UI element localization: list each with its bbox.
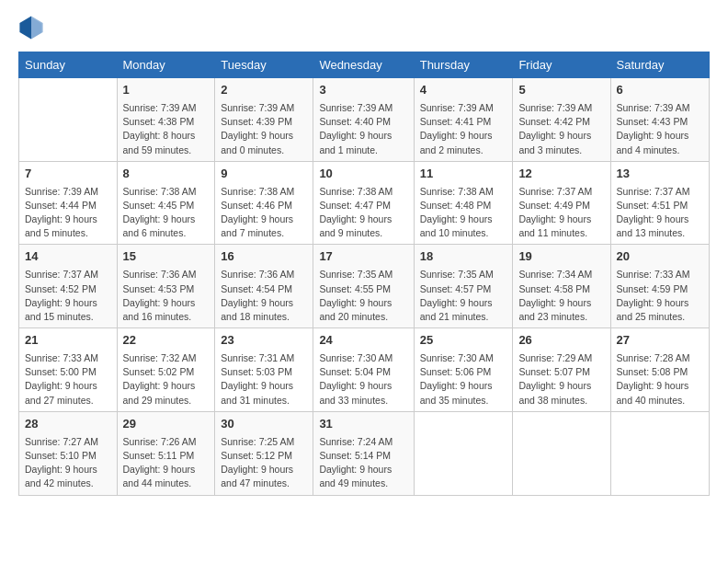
calendar-cell: 14Sunrise: 7:37 AMSunset: 4:52 PMDayligh… (19, 245, 118, 328)
cell-text-line: Sunrise: 7:30 AM (319, 351, 407, 365)
logo (18, 15, 48, 40)
week-row-2: 14Sunrise: 7:37 AMSunset: 4:52 PMDayligh… (19, 245, 710, 328)
cell-text-line: and 6 minutes. (123, 226, 210, 240)
day-number: 5 (518, 82, 604, 99)
calendar-cell: 4Sunrise: 7:39 AMSunset: 4:41 PMDaylight… (414, 78, 513, 162)
calendar-cell: 31Sunrise: 7:24 AMSunset: 5:14 PMDayligh… (313, 411, 414, 495)
cell-text-line: Sunset: 5:03 PM (221, 365, 307, 379)
cell-text-line: Daylight: 9 hours (420, 129, 507, 143)
calendar-cell: 23Sunrise: 7:31 AMSunset: 5:03 PMDayligh… (215, 328, 313, 412)
cell-text-line: Sunrise: 7:39 AM (518, 101, 604, 115)
cell-text-line: and 35 minutes. (420, 394, 507, 408)
cell-text-line: and 11 minutes. (518, 226, 604, 240)
calendar-cell: 5Sunrise: 7:39 AMSunset: 4:42 PMDaylight… (513, 78, 610, 162)
calendar-cell: 20Sunrise: 7:33 AMSunset: 4:59 PMDayligh… (610, 245, 710, 328)
day-number: 21 (25, 332, 111, 350)
day-number: 16 (221, 248, 307, 266)
cell-text-line: Daylight: 9 hours (221, 463, 307, 477)
cell-text-line: and 40 minutes. (617, 394, 704, 408)
cell-text-line: Sunrise: 7:38 AM (420, 185, 507, 199)
cell-text-line: Sunrise: 7:24 AM (319, 435, 407, 449)
cell-text-line: and 0 minutes. (221, 144, 307, 157)
cell-text-line: Daylight: 9 hours (617, 296, 704, 310)
calendar-cell: 24Sunrise: 7:30 AMSunset: 5:04 PMDayligh… (313, 328, 414, 412)
day-number: 24 (319, 332, 407, 350)
cell-text-line: Sunrise: 7:38 AM (123, 185, 210, 199)
cell-text-line: Sunset: 4:54 PM (221, 282, 307, 296)
calendar-cell: 12Sunrise: 7:37 AMSunset: 4:49 PMDayligh… (513, 161, 610, 245)
day-number: 18 (420, 248, 507, 266)
cell-text-line: and 49 minutes. (319, 477, 407, 490)
calendar-cell: 19Sunrise: 7:34 AMSunset: 4:58 PMDayligh… (513, 245, 610, 328)
header-cell-saturday: Saturday (610, 52, 710, 78)
cell-text-line: Sunrise: 7:37 AM (617, 185, 704, 199)
calendar-cell: 11Sunrise: 7:38 AMSunset: 4:48 PMDayligh… (414, 161, 513, 245)
cell-text-line: and 18 minutes. (221, 310, 307, 324)
cell-text-line: Daylight: 9 hours (319, 296, 407, 310)
cell-text-line: Sunrise: 7:34 AM (518, 268, 604, 282)
header-cell-sunday: Sunday (19, 52, 118, 78)
cell-text-line: Daylight: 9 hours (617, 129, 704, 143)
calendar-cell: 1Sunrise: 7:39 AMSunset: 4:38 PMDaylight… (117, 78, 215, 162)
cell-text-line: Sunset: 4:59 PM (617, 282, 704, 296)
cell-text-line: Sunrise: 7:37 AM (518, 185, 604, 199)
cell-text-line: Daylight: 9 hours (221, 213, 307, 226)
cell-text-line: Sunset: 4:40 PM (319, 115, 407, 129)
week-row-1: 7Sunrise: 7:39 AMSunset: 4:44 PMDaylight… (19, 161, 710, 245)
cell-text-line: Sunrise: 7:28 AM (617, 351, 704, 365)
cell-text-line: Sunrise: 7:29 AM (518, 351, 604, 365)
cell-text-line: Sunrise: 7:35 AM (420, 268, 507, 282)
day-number: 28 (25, 416, 111, 433)
cell-text-line: Sunset: 5:02 PM (123, 365, 210, 379)
cell-text-line: Sunset: 4:41 PM (420, 115, 507, 129)
cell-text-line: Sunset: 4:58 PM (518, 282, 604, 296)
cell-text-line: Sunset: 4:42 PM (518, 115, 604, 129)
day-number: 12 (518, 166, 604, 183)
calendar-cell: 16Sunrise: 7:36 AMSunset: 4:54 PMDayligh… (215, 245, 313, 328)
cell-text-line: and 3 minutes. (518, 144, 604, 157)
cell-text-line: Sunrise: 7:31 AM (221, 351, 307, 365)
calendar-cell: 2Sunrise: 7:39 AMSunset: 4:39 PMDaylight… (215, 78, 313, 162)
page: SundayMondayTuesdayWednesdayThursdayFrid… (0, 0, 728, 511)
cell-text-line: Sunset: 4:43 PM (617, 115, 704, 129)
header-cell-wednesday: Wednesday (313, 52, 414, 78)
header-cell-monday: Monday (117, 52, 215, 78)
day-number: 10 (319, 166, 407, 183)
cell-text-line: Sunrise: 7:27 AM (25, 435, 111, 449)
svg-marker-1 (31, 16, 43, 39)
cell-text-line: Sunset: 5:08 PM (617, 365, 704, 379)
cell-text-line: Daylight: 9 hours (123, 379, 210, 393)
cell-text-line: Daylight: 9 hours (319, 129, 407, 143)
calendar-body: 1Sunrise: 7:39 AMSunset: 4:38 PMDaylight… (19, 78, 710, 496)
cell-text-line: Sunrise: 7:39 AM (221, 101, 307, 115)
cell-text-line: Sunset: 5:07 PM (518, 365, 604, 379)
cell-text-line: Sunrise: 7:35 AM (319, 268, 407, 282)
calendar-cell: 13Sunrise: 7:37 AMSunset: 4:51 PMDayligh… (610, 161, 710, 245)
cell-text-line: Sunset: 4:55 PM (319, 282, 407, 296)
cell-text-line: and 7 minutes. (221, 226, 307, 240)
cell-text-line: Sunrise: 7:32 AM (123, 351, 210, 365)
cell-text-line: Sunrise: 7:39 AM (319, 101, 407, 115)
cell-text-line: Sunrise: 7:25 AM (221, 435, 307, 449)
calendar-cell: 9Sunrise: 7:38 AMSunset: 4:46 PMDaylight… (215, 161, 313, 245)
day-number: 4 (420, 82, 507, 99)
calendar-cell: 30Sunrise: 7:25 AMSunset: 5:12 PMDayligh… (215, 411, 313, 495)
day-number: 27 (617, 332, 704, 350)
cell-text-line: Sunrise: 7:36 AM (221, 268, 307, 282)
week-row-3: 21Sunrise: 7:33 AMSunset: 5:00 PMDayligh… (19, 328, 710, 412)
day-number: 11 (420, 166, 507, 183)
cell-text-line: Daylight: 9 hours (518, 379, 604, 393)
calendar-cell: 3Sunrise: 7:39 AMSunset: 4:40 PMDaylight… (313, 78, 414, 162)
cell-text-line: Daylight: 9 hours (123, 296, 210, 310)
cell-text-line: and 10 minutes. (420, 226, 507, 240)
day-number: 6 (617, 82, 704, 99)
cell-text-line: Daylight: 9 hours (123, 213, 210, 226)
cell-text-line: Sunset: 4:53 PM (123, 282, 210, 296)
cell-text-line: and 15 minutes. (25, 310, 111, 324)
cell-text-line: Daylight: 9 hours (518, 213, 604, 226)
day-number: 29 (123, 416, 210, 433)
cell-text-line: and 44 minutes. (123, 477, 210, 490)
calendar-cell (414, 411, 513, 495)
cell-text-line: Sunset: 4:57 PM (420, 282, 507, 296)
cell-text-line: Sunset: 4:47 PM (319, 199, 407, 213)
